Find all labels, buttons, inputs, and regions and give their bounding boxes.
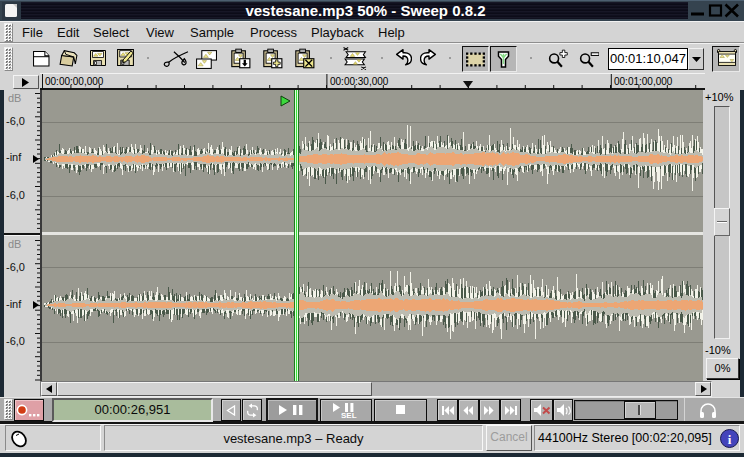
- svg-text:i: i: [728, 432, 732, 447]
